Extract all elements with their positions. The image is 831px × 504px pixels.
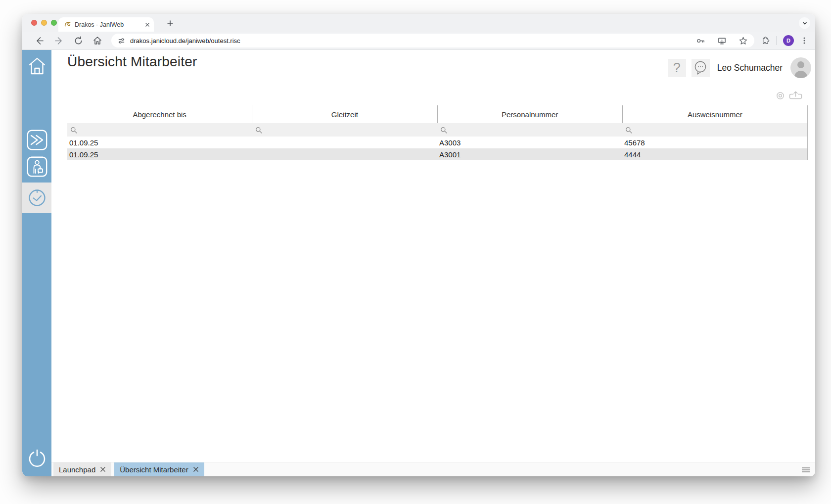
close-icon[interactable] (193, 466, 199, 472)
site-favicon-icon (64, 21, 71, 28)
home-icon (92, 36, 102, 46)
address-bar[interactable]: drakos.janicloud.de/janiweb/outest.risc (111, 34, 754, 47)
column-header-ausweisnummer[interactable]: Ausweisnummer (623, 105, 807, 123)
feedback-button[interactable] (692, 59, 710, 77)
back-arrow-icon (35, 36, 45, 46)
employee-icon (27, 156, 47, 177)
janiweb-app: Übersicht Mitarbeiter ? Leo Schumacher (22, 50, 815, 476)
extensions-icon[interactable] (760, 36, 770, 46)
page-title: Übersicht Mitarbeiter (67, 54, 197, 70)
question-mark-icon: ? (673, 61, 681, 75)
column-header-abgerechnet-bis[interactable]: Abgerechnet bis (67, 105, 252, 123)
app-bottom-tab-bar: Launchpad Übersicht Mitarbeiter (51, 462, 815, 476)
bookmark-star-icon[interactable] (739, 36, 748, 46)
profile-avatar[interactable]: D (783, 35, 794, 46)
forward-arrow-icon (54, 36, 64, 46)
avatar-shoulders (794, 71, 807, 78)
sidebar-item-logout[interactable] (22, 448, 51, 469)
browser-toolbar: drakos.janicloud.de/janiweb/outest.risc (22, 32, 815, 50)
browser-tab[interactable]: Drakos - JaniWeb (58, 17, 154, 32)
minimize-window-button[interactable] (41, 20, 47, 26)
tab-search-button[interactable] (799, 17, 810, 29)
user-name: Leo Schumacher (717, 63, 783, 73)
table-toolbar (776, 91, 802, 100)
url-text: drakos.janicloud.de/janiweb/outest.risc (130, 37, 240, 45)
employee-table: Abgerechnet bis Gleitzeit Personalnummer… (67, 105, 808, 160)
cell-ausweisnummer: 45678 (622, 138, 807, 147)
help-button[interactable]: ? (668, 59, 686, 77)
sidebar-item-home[interactable] (22, 55, 51, 77)
site-info-icon[interactable] (118, 37, 125, 45)
table-row[interactable]: 01.09.25 A3001 4444 (67, 148, 807, 160)
table-filter-row (67, 123, 807, 137)
chat-bubble-icon (693, 60, 707, 75)
cell-personalnummer: A3003 (437, 138, 622, 147)
browser-tab-strip: Drakos - JaniWeb (22, 14, 815, 32)
filter-input-ausweisnummer[interactable] (622, 123, 807, 137)
house-icon (27, 55, 47, 77)
clock-icon (27, 187, 47, 208)
sidebar-item-forward[interactable] (22, 130, 51, 150)
app-sidebar (22, 50, 51, 476)
reload-icon (74, 36, 83, 46)
grip-icon[interactable] (802, 467, 810, 472)
filter-input-abgerechnet-bis[interactable] (67, 123, 252, 137)
column-header-personalnummer[interactable]: Personalnummer (438, 105, 623, 123)
toolbar-divider (776, 36, 777, 45)
column-header-gleitzeit[interactable]: Gleitzeit (252, 105, 437, 123)
cell-abgerechnet-bis: 01.09.25 (67, 138, 252, 147)
table-row[interactable]: 01.09.25 A3003 45678 (67, 137, 807, 148)
search-icon (255, 127, 262, 134)
cell-personalnummer: A3001 (437, 150, 622, 159)
export-icon[interactable] (789, 91, 802, 100)
app-main: Übersicht Mitarbeiter ? Leo Schumacher (51, 50, 815, 476)
home-button[interactable] (92, 35, 103, 46)
new-tab-button[interactable] (165, 18, 176, 29)
settings-target-icon[interactable] (776, 92, 785, 100)
traffic-lights (31, 20, 57, 26)
install-app-icon[interactable] (717, 36, 727, 46)
zoom-window-button[interactable] (51, 20, 57, 26)
bottom-tab-launchpad[interactable]: Launchpad (53, 462, 111, 476)
forward-button[interactable] (53, 35, 64, 46)
browser-window: Drakos - JaniWeb (22, 14, 815, 476)
cell-ausweisnummer: 4444 (622, 150, 807, 159)
sidebar-item-time-active[interactable] (22, 183, 51, 213)
browser-tab-title: Drakos - JaniWeb (75, 21, 141, 28)
filter-input-gleitzeit[interactable] (252, 123, 437, 137)
double-chevron-icon (27, 130, 47, 150)
bottom-tab-uebersicht-mitarbeiter[interactable]: Übersicht Mitarbeiter (114, 462, 204, 476)
power-icon (26, 448, 48, 469)
cell-abgerechnet-bis: 01.09.25 (67, 150, 252, 159)
tab-close-icon[interactable] (145, 22, 150, 27)
reload-button[interactable] (73, 35, 84, 46)
toolbar-right-cluster: D (760, 35, 808, 46)
close-window-button[interactable] (31, 20, 37, 26)
user-avatar[interactable] (790, 57, 811, 78)
table-header-row: Abgerechnet bis Gleitzeit Personalnummer… (67, 105, 807, 123)
close-icon[interactable] (100, 466, 106, 472)
chevron-down-icon (802, 20, 808, 26)
search-icon (440, 127, 447, 134)
sidebar-item-employees[interactable] (22, 156, 51, 177)
bottom-tab-label: Übersicht Mitarbeiter (120, 465, 188, 474)
filter-input-personalnummer[interactable] (437, 123, 622, 137)
menu-kebab-icon[interactable] (800, 37, 808, 45)
search-icon (70, 127, 77, 134)
back-button[interactable] (34, 35, 45, 46)
app-header-right: ? Leo Schumacher (668, 57, 811, 78)
desktop-background: Drakos - JaniWeb (0, 0, 831, 504)
password-key-icon[interactable] (696, 36, 705, 46)
avatar-head (797, 61, 804, 68)
bottom-tab-label: Launchpad (59, 465, 95, 474)
search-icon (625, 127, 632, 134)
